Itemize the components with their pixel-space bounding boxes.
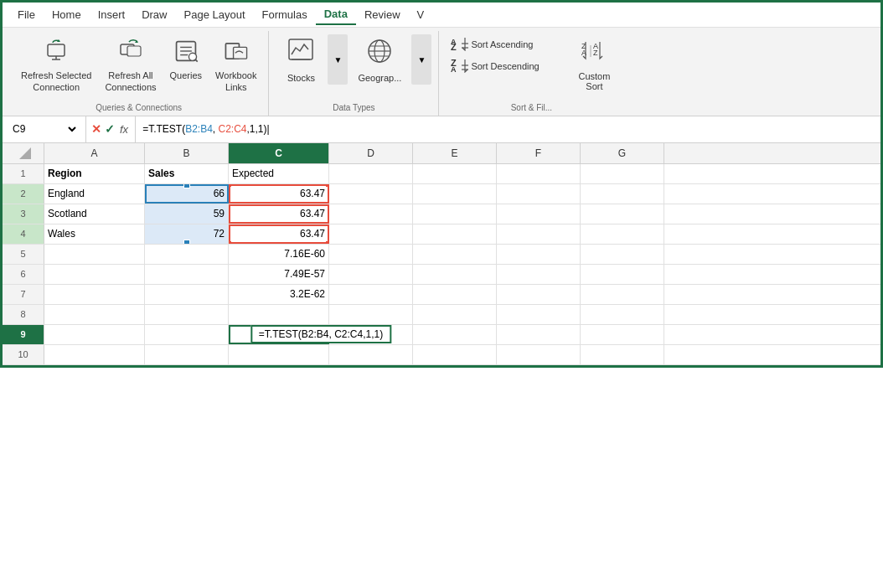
cell-c10[interactable] [229,345,329,364]
cell-f2[interactable] [497,184,581,204]
cell-g2[interactable] [581,184,664,204]
cell-b7[interactable] [145,285,229,304]
cell-d10[interactable] [329,345,413,364]
cell-b9[interactable] [145,325,229,344]
col-header-a[interactable]: A [44,143,145,163]
cell-a5[interactable] [44,245,145,264]
cell-f6[interactable] [497,265,581,284]
cell-g1[interactable] [581,164,664,183]
cell-b3[interactable]: 59 [145,204,229,224]
geography-dropdown[interactable]: ▼ [411,34,431,85]
cell-d3[interactable] [329,204,413,224]
cell-g9[interactable] [581,325,664,344]
menu-more[interactable]: V [409,5,433,24]
refresh-selected-btn[interactable]: Refresh SelectedConnection [16,34,96,97]
formula-cancel-btn[interactable]: ✕ [91,122,101,136]
cell-a10[interactable] [44,345,145,364]
cell-b5[interactable] [145,245,229,264]
geography-btn[interactable]: Geograp... [349,34,410,85]
cell-e2[interactable] [413,184,497,204]
cell-c1[interactable]: Expected [229,164,329,183]
cell-e6[interactable] [413,265,497,284]
cell-d5[interactable] [329,245,413,264]
cell-b2[interactable]: 66 [145,184,229,204]
cell-c9[interactable]: =T.TEST(B2:B4, C2:C4,1,1) [229,325,329,344]
cell-d8[interactable] [329,305,413,324]
workbook-links-btn[interactable]: WorkbookLinks [210,34,261,97]
cell-f10[interactable] [497,345,581,364]
row-num-7[interactable]: 7 [3,285,44,304]
cell-c4[interactable]: 63.47 [229,224,329,244]
cell-g10[interactable] [581,345,664,364]
row-num-10[interactable]: 10 [3,345,44,364]
corner-cell[interactable] [3,143,44,163]
cell-d7[interactable] [329,285,413,304]
row-num-5[interactable]: 5 [3,245,44,264]
cell-a2[interactable]: England [44,184,145,204]
cell-g7[interactable] [581,285,664,304]
cell-c8[interactable] [229,305,329,324]
cell-e8[interactable] [413,305,497,324]
cell-f5[interactable] [497,245,581,264]
cell-a3[interactable]: Scotland [44,204,145,224]
row-num-4[interactable]: 4 [3,224,44,244]
cell-e1[interactable] [413,164,497,183]
col-header-c[interactable]: C [229,143,329,163]
cell-f7[interactable] [497,285,581,304]
cell-b1[interactable]: Sales [145,164,229,183]
formula-input[interactable]: =T.TEST(B2:B4, C2:C4,1,1)| [136,123,880,135]
cell-e5[interactable] [413,245,497,264]
menu-review[interactable]: Review [356,5,409,24]
cell-f4[interactable] [497,224,581,244]
col-header-g[interactable]: G [581,143,664,163]
cell-f8[interactable] [497,305,581,324]
menu-draw[interactable]: Draw [133,5,175,24]
col-header-e[interactable]: E [413,143,497,163]
row-num-9[interactable]: 9 [3,325,44,344]
cell-a9[interactable] [44,325,145,344]
cell-e9[interactable] [413,325,497,344]
custom-sort-btn[interactable]: Z A A Z CustomSort [571,34,617,97]
cell-g4[interactable] [581,224,664,244]
row-num-2[interactable]: 2 [3,184,44,204]
cell-c2[interactable]: 63.47 [229,184,329,204]
stocks-btn[interactable]: Stocks [276,34,326,85]
cell-a8[interactable] [44,305,145,324]
cell-a1[interactable]: Region [44,164,145,183]
stocks-dropdown[interactable]: ▼ [328,34,348,85]
menu-file[interactable]: File [9,5,44,24]
formula-confirm-btn[interactable]: ✓ [105,122,115,136]
cell-d6[interactable] [329,265,413,284]
cell-a4[interactable]: Wales [44,224,145,244]
row-num-6[interactable]: 6 [3,265,44,284]
cell-a6[interactable] [44,265,145,284]
row-num-1[interactable]: 1 [3,164,44,183]
col-header-f[interactable]: F [497,143,581,163]
queries-btn[interactable]: Queries [165,34,208,85]
menu-data[interactable]: Data [316,4,356,25]
cell-f9[interactable] [497,325,581,344]
col-header-d[interactable]: D [329,143,413,163]
menu-home[interactable]: Home [44,5,90,24]
cell-g6[interactable] [581,265,664,284]
cell-e4[interactable] [413,224,497,244]
cell-c5[interactable]: 7.16E-60 [229,245,329,264]
cell-d2[interactable] [329,184,413,204]
cell-f3[interactable] [497,204,581,224]
cell-d1[interactable] [329,164,413,183]
cell-e10[interactable] [413,345,497,364]
cell-ref-select[interactable]: C9 [9,122,79,136]
cell-e7[interactable] [413,285,497,304]
menu-insert[interactable]: Insert [90,5,134,24]
cell-d4[interactable] [329,224,413,244]
cell-b6[interactable] [145,265,229,284]
cell-c3[interactable]: 63.47 [229,204,329,224]
cell-c6[interactable]: 7.49E-57 [229,265,329,284]
row-num-8[interactable]: 8 [3,305,44,324]
menu-page-layout[interactable]: Page Layout [176,5,254,24]
cell-b8[interactable] [145,305,229,324]
row-num-3[interactable]: 3 [3,204,44,224]
sort-descending-btn[interactable]: Z A Sort Descending [446,56,568,76]
refresh-all-btn[interactable]: Refresh AllConnections [100,34,161,97]
cell-b10[interactable] [145,345,229,364]
